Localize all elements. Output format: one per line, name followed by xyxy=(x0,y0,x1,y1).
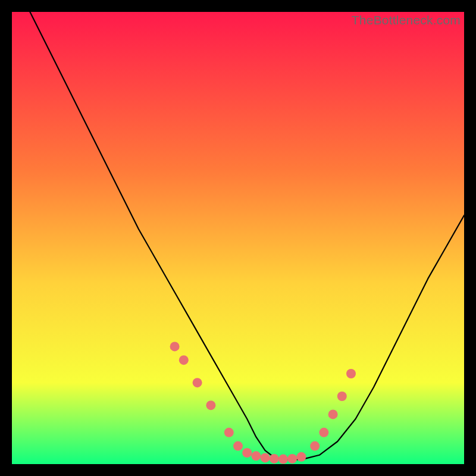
scatter-point xyxy=(278,455,288,464)
scatter-point xyxy=(319,428,328,437)
scatter-point xyxy=(170,342,180,351)
scatter-point xyxy=(337,392,347,401)
gradient-background xyxy=(12,12,464,464)
scatter-point xyxy=(206,400,215,410)
scatter-point xyxy=(328,409,338,419)
scatter-point xyxy=(179,355,189,365)
bottleneck-chart xyxy=(12,12,464,464)
watermark-label: TheBottleneck.com xyxy=(352,13,461,27)
scatter-point xyxy=(270,454,279,464)
scatter-point xyxy=(233,441,243,451)
scatter-point xyxy=(310,441,320,451)
scatter-point xyxy=(242,448,252,458)
scatter-point xyxy=(346,369,356,378)
scatter-point xyxy=(287,454,297,464)
scatter-point xyxy=(261,453,270,462)
scatter-point xyxy=(224,428,234,437)
scatter-point xyxy=(296,452,306,462)
scatter-point xyxy=(193,378,202,387)
chart-frame: TheBottleneck.com xyxy=(12,12,464,464)
scatter-point xyxy=(251,451,261,461)
